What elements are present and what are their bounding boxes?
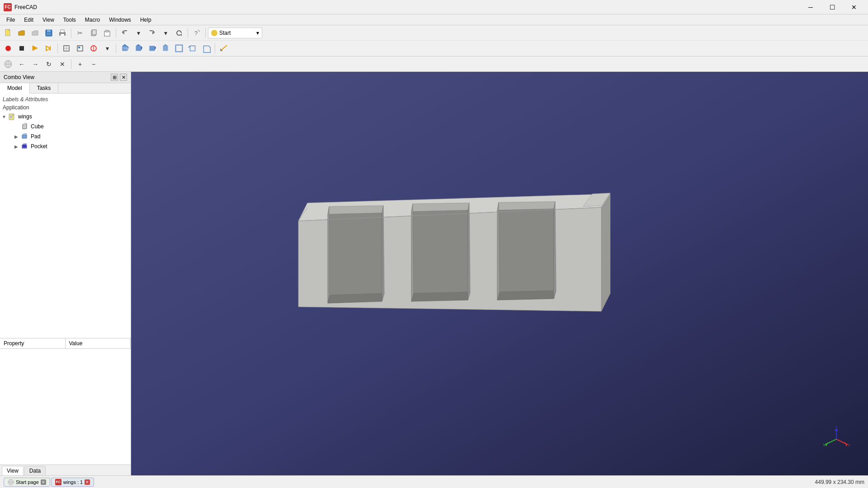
- nav-globe-button[interactable]: [2, 58, 14, 70]
- nav-stop-button[interactable]: ✕: [56, 58, 69, 70]
- svg-marker-82: [497, 202, 555, 210]
- menu-help[interactable]: Help: [136, 14, 156, 25]
- new-button[interactable]: [2, 27, 14, 39]
- cut-button[interactable]: ✂: [74, 27, 86, 39]
- combo-view-float-button[interactable]: ⊞: [111, 74, 118, 81]
- svg-text:✂: ✂: [77, 29, 83, 37]
- open-button[interactable]: [15, 27, 28, 39]
- view-right-button[interactable]: [132, 42, 145, 55]
- what-this-button[interactable]: ?: [190, 27, 203, 39]
- wings-tab[interactable]: FC wings : 1 ✕: [51, 478, 94, 487]
- svg-marker-36: [155, 46, 156, 51]
- undo-dropdown[interactable]: ▾: [132, 27, 145, 39]
- window-controls: ─ ☐ ✕: [800, 0, 864, 14]
- svg-marker-60: [22, 134, 27, 135]
- viewport[interactable]: X Y Z: [131, 72, 868, 475]
- view-left-button[interactable]: [186, 42, 199, 55]
- tab-model[interactable]: Model: [0, 83, 30, 94]
- menu-edit[interactable]: Edit: [19, 14, 38, 25]
- svg-marker-75: [411, 210, 468, 301]
- menu-tools[interactable]: Tools: [59, 14, 80, 25]
- nav-remove-button[interactable]: −: [87, 58, 100, 70]
- measure-button[interactable]: [217, 42, 230, 55]
- toolbar-separator-1: [71, 28, 71, 38]
- combo-view-close-button[interactable]: ✕: [120, 74, 127, 81]
- macro-run-button[interactable]: [29, 42, 42, 55]
- tree-item-cube[interactable]: ▶ Cube: [0, 122, 131, 131]
- svg-marker-15: [180, 33, 182, 36]
- tree-area: Labels & Attributes Application ▼ wings …: [0, 94, 131, 338]
- menu-file[interactable]: File: [2, 14, 19, 25]
- svg-rect-4: [47, 33, 51, 35]
- nav-refresh-button[interactable]: ↻: [42, 58, 55, 70]
- copy-button[interactable]: [87, 27, 100, 39]
- debug-button[interactable]: [42, 42, 55, 55]
- macro-record-button[interactable]: [2, 42, 14, 55]
- pad-icon: [21, 132, 29, 141]
- nav-add-button[interactable]: +: [74, 58, 86, 70]
- view-bottom-button[interactable]: [200, 42, 212, 55]
- close-button[interactable]: ✕: [844, 0, 864, 14]
- property-panel: Property Value: [0, 338, 131, 465]
- draw-style-dropdown[interactable]: ▾: [101, 42, 113, 55]
- nav-forward-button[interactable]: →: [29, 58, 42, 70]
- svg-rect-39: [176, 45, 183, 52]
- revert-button[interactable]: [29, 27, 42, 39]
- tab-tasks[interactable]: Tasks: [30, 83, 59, 93]
- start-page-tab[interactable]: Start page ✕: [4, 478, 50, 487]
- view-home-button[interactable]: TOP: [118, 42, 131, 55]
- macro-stop-button[interactable]: [15, 42, 28, 55]
- minimize-button[interactable]: ─: [800, 0, 821, 14]
- pocket-label: Pocket: [31, 143, 47, 150]
- save-button[interactable]: [42, 27, 55, 39]
- pocket-expand-icon[interactable]: ▶: [14, 144, 21, 149]
- menu-macro[interactable]: Macro: [80, 14, 104, 25]
- toolbar-separator-6: [116, 43, 116, 53]
- svg-marker-67: [601, 194, 610, 311]
- panel-tabs: Model Tasks: [0, 83, 131, 94]
- menu-windows[interactable]: Windows: [104, 14, 136, 25]
- view-top-button[interactable]: [146, 42, 158, 55]
- svg-text:Y: Y: [823, 443, 826, 447]
- svg-marker-81: [497, 291, 556, 300]
- property-header: Property Value: [0, 338, 131, 349]
- view-isometric-button[interactable]: [159, 42, 172, 55]
- fit-selection-button[interactable]: [74, 42, 86, 55]
- maximize-button[interactable]: ☐: [822, 0, 843, 14]
- refresh-button[interactable]: [173, 27, 185, 39]
- undo-button[interactable]: [118, 27, 131, 39]
- combo-view-header-buttons: ⊞ ✕: [111, 74, 127, 81]
- viewport-svg: [131, 72, 868, 475]
- fit-all-button[interactable]: [60, 42, 73, 55]
- svg-marker-33: [136, 44, 141, 46]
- menu-bar: File Edit View Tools Macro Windows Help: [0, 14, 868, 25]
- start-page-close[interactable]: ✕: [41, 479, 46, 485]
- svg-marker-71: [328, 293, 384, 303]
- redo-button[interactable]: [146, 27, 158, 39]
- toolbar-row-2: ▾ TOP: [0, 41, 868, 56]
- tree-item-wings[interactable]: ▼ wings: [0, 112, 131, 122]
- tab-data[interactable]: Data: [24, 466, 46, 475]
- paste-button[interactable]: [101, 27, 113, 39]
- combo-view-header: Combo View ⊞ ✕: [0, 72, 131, 83]
- menu-view[interactable]: View: [38, 14, 59, 25]
- draw-style-button[interactable]: [87, 42, 100, 55]
- svg-marker-29: [122, 44, 127, 46]
- wings-tab-close[interactable]: ✕: [85, 479, 90, 485]
- tab-view[interactable]: View: [2, 466, 24, 475]
- tree-item-pocket[interactable]: ▶ Pocket: [0, 141, 131, 151]
- svg-rect-25: [78, 47, 80, 48]
- svg-rect-62: [23, 145, 26, 147]
- svg-rect-52: [10, 116, 13, 116]
- pad-expand-icon[interactable]: ▶: [14, 134, 21, 139]
- pad-label: Pad: [31, 133, 40, 140]
- workbench-dropdown[interactable]: Start ▾: [208, 28, 262, 38]
- view-back-button[interactable]: [173, 42, 185, 55]
- tree-item-pad[interactable]: ▶ Pad: [0, 131, 131, 141]
- print-button[interactable]: [56, 27, 69, 39]
- wings-expand-icon[interactable]: ▼: [2, 114, 8, 119]
- nav-back-button[interactable]: ←: [15, 58, 28, 70]
- axes-indicator: X Y Z: [823, 426, 850, 453]
- toolbar-separator-4: [205, 28, 206, 38]
- redo-dropdown[interactable]: ▾: [159, 27, 172, 39]
